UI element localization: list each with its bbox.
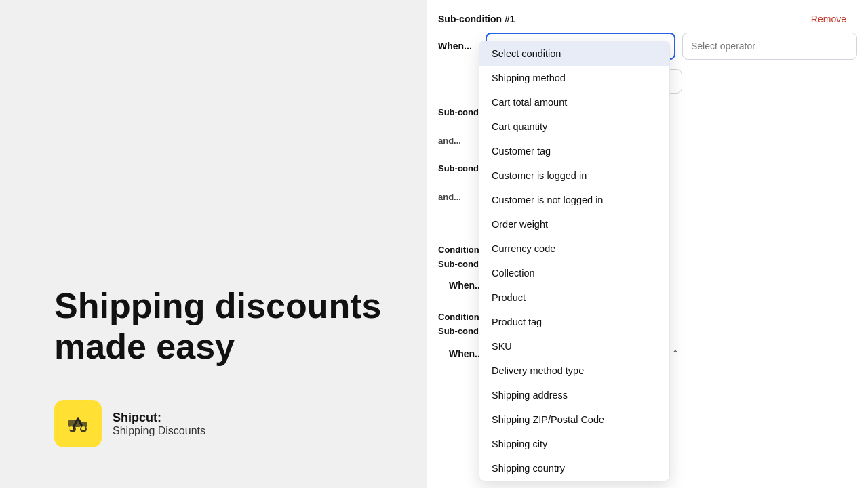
svg-point-7 xyxy=(81,426,85,430)
right-panel: Sub-condition #1 Remove When... ⌃ Select… xyxy=(427,0,868,488)
dropdown-item-select-condition[interactable]: Select condition xyxy=(479,41,669,66)
dropdown-item-shipping-address[interactable]: Shipping address xyxy=(479,383,669,407)
dropdown-item-customer-tag[interactable]: Customer tag xyxy=(479,139,669,163)
dropdown-item-shipping-method[interactable]: Shipping method xyxy=(479,66,669,90)
chevron-down-icon-2: ⌃ xyxy=(671,348,679,359)
dropdown-item-shipping-country[interactable]: Shipping country xyxy=(479,456,669,481)
dropdown-item-product-tag[interactable]: Product tag xyxy=(479,310,669,334)
svg-point-6 xyxy=(69,426,73,430)
left-panel: Shipping discounts made easy Shipcut: Sh… xyxy=(0,0,427,488)
dropdown-item-currency-code[interactable]: Currency code xyxy=(479,237,669,261)
dropdown-item-customer-logged-in[interactable]: Customer is logged in xyxy=(479,163,669,188)
sub-condition-label: Sub-condition #1 xyxy=(438,14,515,24)
remove-link[interactable]: Remove xyxy=(811,14,846,24)
operator-input[interactable] xyxy=(682,33,857,60)
brand-name: Shipcut: xyxy=(113,411,205,425)
dropdown-menu: Select condition Shipping method Cart to… xyxy=(479,41,670,481)
dropdown-item-delivery-method[interactable]: Delivery method type xyxy=(479,359,669,383)
dropdown-item-product[interactable]: Product xyxy=(479,285,669,310)
dropdown-item-cart-quantity[interactable]: Cart quantity xyxy=(479,115,669,139)
sub-condition-header: Sub-condition #1 Remove xyxy=(427,11,868,33)
dropdown-item-sku[interactable]: SKU xyxy=(479,334,669,359)
when-label: When... xyxy=(438,41,479,52)
dropdown-item-collection[interactable]: Collection xyxy=(479,261,669,285)
and-label-1: and... xyxy=(438,136,479,146)
hero-title: Shipping discounts made easy xyxy=(54,286,427,367)
dropdown-item-order-weight[interactable]: Order weight xyxy=(479,212,669,237)
brand-text: Shipcut: Shipping Discounts xyxy=(113,411,205,437)
dropdown-item-customer-not-logged-in[interactable]: Customer is not logged in xyxy=(479,188,669,212)
brand-icon xyxy=(54,400,102,447)
dropdown-item-shipping-zip[interactable]: Shipping ZIP/Postal Code xyxy=(479,407,669,432)
svg-rect-5 xyxy=(81,422,87,427)
and-label-2: and... xyxy=(438,192,479,202)
brand-row: Shipcut: Shipping Discounts xyxy=(54,400,427,447)
dropdown-item-shipping-city[interactable]: Shipping city xyxy=(479,432,669,456)
dropdown-item-cart-total[interactable]: Cart total amount xyxy=(479,90,669,115)
svg-rect-4 xyxy=(68,420,81,427)
brand-sub: Shipping Discounts xyxy=(113,425,205,437)
